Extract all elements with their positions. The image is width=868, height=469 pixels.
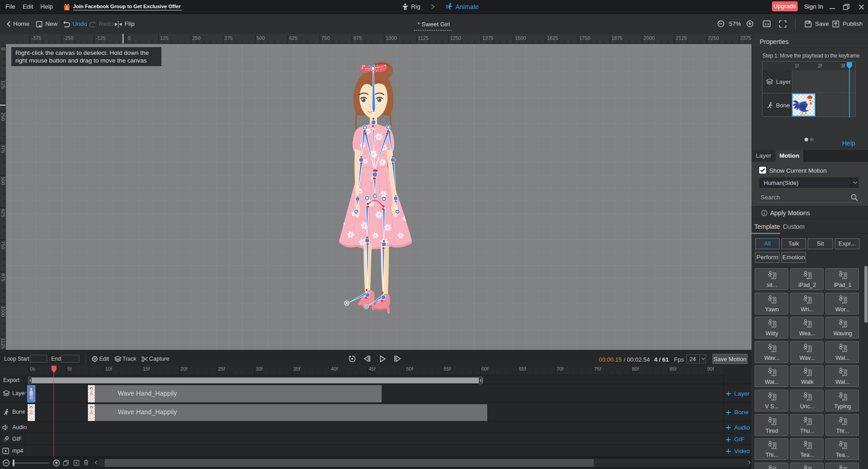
svg-text:1:1: 1:1	[764, 23, 769, 26]
